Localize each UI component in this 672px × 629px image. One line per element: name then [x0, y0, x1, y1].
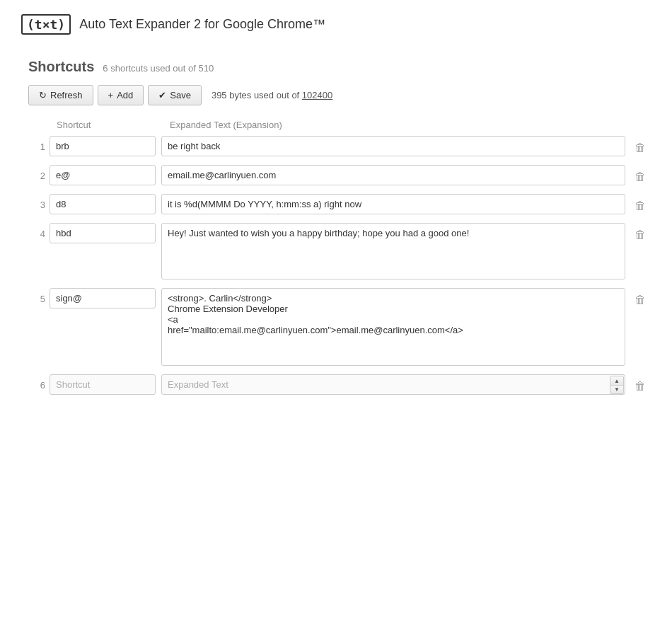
- check-icon: ✔: [158, 90, 166, 100]
- table-row: 4 Hey! Just wanted to wish you a happy b…: [28, 223, 651, 279]
- app-title: Auto Text Expander 2 for Google Chrome™: [79, 17, 325, 32]
- row-number: 1: [28, 136, 50, 152]
- expansion-wrapper: ▲ ▼: [161, 374, 625, 395]
- table-header: Shortcut Expanded Text (Expansion): [28, 120, 651, 136]
- row-number: 6: [28, 374, 50, 391]
- shortcut-column-header: Shortcut: [50, 120, 163, 130]
- app-logo: (t×t): [21, 14, 71, 35]
- storage-info: 395 bytes used out of 102400: [212, 90, 332, 100]
- save-button[interactable]: ✔ Save: [148, 85, 202, 105]
- row-number: 5: [28, 288, 50, 304]
- table-row: 2 🗑: [28, 165, 651, 185]
- shortcut-input[interactable]: [50, 288, 156, 308]
- shortcut-input[interactable]: [50, 165, 156, 185]
- section-title: Shortcuts: [28, 59, 94, 75]
- refresh-icon: ↻: [39, 90, 47, 100]
- add-label: Add: [117, 90, 133, 100]
- spinner-down-button[interactable]: ▼: [610, 385, 623, 393]
- save-label: Save: [170, 90, 191, 100]
- delete-button[interactable]: 🗑: [630, 374, 651, 393]
- section-subtitle: 6 shortcuts used out of 510: [103, 63, 214, 74]
- shortcut-input[interactable]: [50, 223, 156, 243]
- app-container: (t×t) Auto Text Expander 2 for Google Ch…: [0, 0, 672, 629]
- delete-button[interactable]: 🗑: [630, 165, 651, 183]
- expansion-input[interactable]: [161, 136, 625, 156]
- add-icon: +: [108, 90, 114, 100]
- refresh-label: Refresh: [50, 90, 83, 100]
- expansion-input[interactable]: <strong>. Carlin</strong> Chrome Extensi…: [161, 288, 625, 366]
- delete-button[interactable]: 🗑: [630, 136, 651, 154]
- storage-limit-link[interactable]: 102400: [302, 90, 332, 100]
- delete-button[interactable]: 🗑: [630, 194, 651, 212]
- table-row: 5 <strong>. Carlin</strong> Chrome Exten…: [28, 288, 651, 366]
- refresh-button[interactable]: ↻ Refresh: [28, 85, 93, 105]
- row-number: 2: [28, 165, 50, 181]
- expansion-input[interactable]: [161, 194, 625, 214]
- shortcut-input[interactable]: [50, 136, 156, 156]
- toolbar: ↻ Refresh + Add ✔ Save 395 bytes used ou…: [28, 85, 651, 105]
- shortcut-input[interactable]: [50, 194, 156, 214]
- expansion-input[interactable]: Hey! Just wanted to wish you a happy bir…: [161, 223, 625, 279]
- expansion-input[interactable]: [161, 374, 625, 395]
- delete-button[interactable]: 🗑: [630, 288, 651, 306]
- expansion-column-header: Expanded Text (Expansion): [163, 120, 651, 130]
- shortcut-input[interactable]: [50, 374, 156, 395]
- table-row: 6 ▲ ▼ 🗑: [28, 374, 651, 395]
- main-content: Shortcuts 6 shortcuts used out of 510 ↻ …: [21, 59, 651, 395]
- delete-button[interactable]: 🗑: [630, 223, 651, 241]
- row-number: 4: [28, 223, 50, 239]
- add-button[interactable]: + Add: [98, 85, 144, 105]
- spinner-up-button[interactable]: ▲: [610, 376, 623, 385]
- section-header: Shortcuts 6 shortcuts used out of 510: [28, 59, 651, 75]
- expansion-input[interactable]: [161, 165, 625, 185]
- table-row: 1 🗑: [28, 136, 651, 156]
- spinner-buttons: ▲ ▼: [610, 376, 624, 394]
- row-number: 3: [28, 194, 50, 210]
- table-row: 3 🗑: [28, 194, 651, 214]
- app-header: (t×t) Auto Text Expander 2 for Google Ch…: [21, 14, 651, 42]
